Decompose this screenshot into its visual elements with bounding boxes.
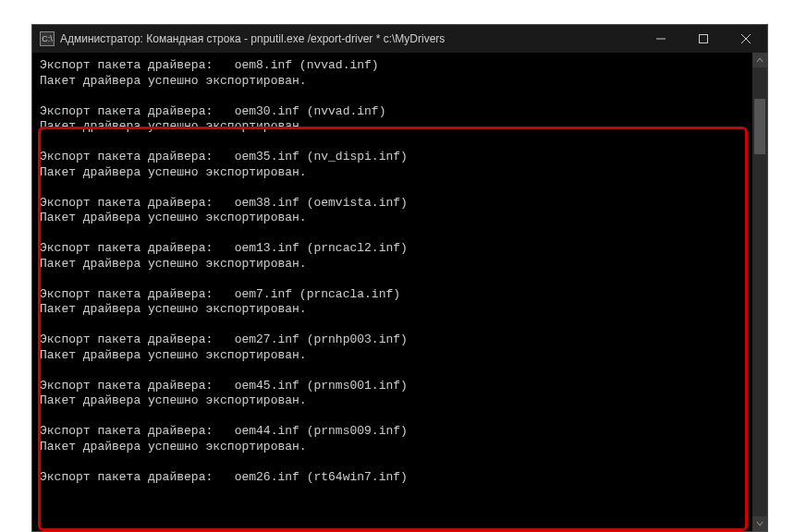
chevron-up-icon bbox=[756, 56, 763, 64]
window-title: Администратор: Командная строка - pnputi… bbox=[60, 32, 640, 45]
chevron-down-icon bbox=[756, 520, 763, 527]
svg-rect-1 bbox=[700, 35, 708, 43]
minimize-button[interactable] bbox=[640, 25, 682, 53]
console-area: Экспорт пакета драйвера: oem8.inf (nvvad… bbox=[32, 53, 767, 531]
close-button[interactable] bbox=[725, 25, 767, 53]
titlebar[interactable]: C:\ Администратор: Командная строка - pn… bbox=[32, 25, 767, 53]
scroll-up-button[interactable] bbox=[752, 53, 767, 67]
console-output: Экспорт пакета драйвера: oem8.inf (nvvad… bbox=[32, 53, 752, 490]
window-controls bbox=[640, 25, 767, 53]
close-icon bbox=[741, 34, 751, 43]
minimize-icon bbox=[656, 34, 666, 43]
maximize-icon bbox=[699, 34, 708, 43]
scrollbar[interactable] bbox=[752, 53, 767, 531]
scroll-thumb[interactable] bbox=[754, 99, 765, 154]
maximize-button[interactable] bbox=[682, 25, 725, 53]
cmd-icon: C:\ bbox=[40, 31, 55, 46]
cmd-window: C:\ Администратор: Командная строка - pn… bbox=[31, 24, 768, 532]
scroll-down-button[interactable] bbox=[752, 516, 767, 531]
